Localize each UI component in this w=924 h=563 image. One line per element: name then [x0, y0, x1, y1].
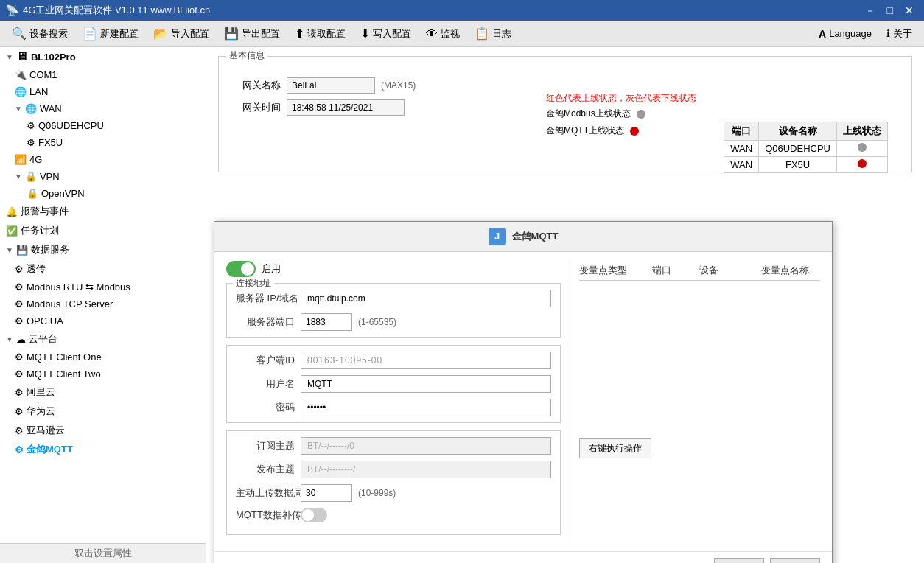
mqtt-supplement-toggle[interactable] [301, 508, 327, 522]
gateway-name-label: 网关名称 [242, 79, 281, 92]
header-type: 变量点类型 [579, 264, 649, 277]
sidebar-item-label: OpenVPN [41, 188, 85, 199]
subscribe-label: 订阅主题 [236, 439, 295, 452]
gateway-time-input[interactable] [287, 99, 405, 116]
server-port-input[interactable] [301, 313, 352, 331]
menu-language[interactable]: A Language [813, 24, 878, 43]
username-input[interactable] [301, 375, 551, 393]
mqtttwo-icon: ⚙ [15, 368, 24, 380]
menu-import-config[interactable]: 📂 导入配置 [147, 24, 215, 43]
client-id-input[interactable] [301, 352, 551, 369]
sidebar-item-fx5u[interactable]: ⚙ FX5U [0, 134, 206, 151]
sidebar-item-lan[interactable]: 🌐 LAN [0, 83, 206, 100]
jingmqtt-icon: ⚙ [15, 444, 24, 455]
aliyun-icon: ⚙ [15, 387, 24, 398]
menu-log-label: 日志 [492, 27, 511, 41]
app-title: 4G工业网关配置软件 V1.0.11 www.BLiiot.cn [23, 4, 210, 17]
4g-icon: 📶 [15, 154, 27, 165]
password-label: 密码 [236, 401, 295, 414]
gateway-name-input[interactable] [287, 77, 375, 94]
sidebar-item-openvpn[interactable]: 🔒 OpenVPN [0, 185, 206, 202]
modal-icon: J [489, 228, 506, 245]
publish-row: 发布主题 [236, 461, 551, 478]
sidebar-item-com1[interactable]: 🔌 COM1 [0, 66, 206, 83]
sidebar-item-q06[interactable]: ⚙ Q06UDEHCPU [0, 117, 206, 134]
sidebar-item-label: OPC UA [27, 315, 63, 326]
menu-read-config[interactable]: ⬆ 读取配置 [289, 24, 351, 43]
sidebar-item-amazoncloud[interactable]: ⚙ 亚马逊云 [0, 421, 206, 440]
sidebar-item-4g[interactable]: 📶 4G [0, 151, 206, 168]
server-port-row: 服务器端口 (1-65535) [236, 313, 551, 331]
basic-info-section: 基本信息 红色代表上线状态，灰色代表下线状态 金鸽Modbus上线状态 金鸽MQ… [218, 56, 912, 172]
password-row: 密码 [236, 399, 551, 416]
upload-period-input[interactable] [301, 484, 352, 502]
title-bar: 📡 4G工业网关配置软件 V1.0.11 www.BLiiot.cn － □ ✕ [0, 0, 924, 21]
sidebar-item-modbusrtu[interactable]: ⚙ Modbus RTU ⇆ Modbus [0, 279, 206, 296]
transparent-icon: ⚙ [15, 264, 24, 275]
connection-title: 连接地址 [233, 277, 274, 290]
sidebar-item-cloud[interactable]: ▼ ☁ 云平台 [0, 329, 206, 349]
sidebar-item-alarm[interactable]: 🔔 报警与事件 [0, 202, 206, 221]
sidebar-item-task[interactable]: ✅ 任务计划 [0, 221, 206, 240]
enable-label: 启用 [262, 262, 281, 276]
about-icon: ℹ [886, 28, 890, 39]
svg-text:J: J [494, 231, 500, 242]
expand-icon: ▼ [15, 105, 22, 113]
right-action-button[interactable]: 右键执行操作 [579, 438, 651, 458]
mqtt-status-label: 金鸽MQTT上线状态 [546, 125, 624, 137]
menu-log[interactable]: 📋 日志 [469, 24, 517, 43]
modbustcp-icon: ⚙ [15, 298, 24, 310]
gateway-time-label: 网关时间 [242, 101, 281, 114]
server-ip-input[interactable] [301, 290, 551, 307]
modal-right-panel: 变量点类型 端口 设备 变量点名称 右键执行操作 [570, 261, 820, 542]
password-input[interactable] [301, 399, 551, 416]
menu-new-config[interactable]: 📄 新建配置 [77, 24, 144, 43]
sidebar-item-aliyun[interactable]: ⚙ 阿里云 [0, 382, 206, 402]
expand-icon: ▼ [6, 53, 13, 61]
menu-about-label: 关于 [893, 27, 912, 41]
language-icon: A [819, 28, 826, 40]
mqttone-icon: ⚙ [15, 352, 24, 363]
menu-search[interactable]: 🔍 设备搜索 [6, 24, 74, 43]
maximize-button[interactable]: □ [883, 4, 897, 17]
table-row: WAN FX5U [724, 157, 888, 173]
sidebar-item-wan[interactable]: ▼ 🌐 WAN [0, 100, 206, 117]
subscribe-input[interactable] [301, 437, 551, 455]
menu-about[interactable]: ℹ 关于 [881, 24, 918, 43]
sidebar-item-bl102pro[interactable]: ▼ 🖥 BL102Pro [0, 47, 206, 66]
auth-section: 客户端ID 用户名 密码 [226, 345, 561, 423]
menu-write-config[interactable]: ⬇ 写入配置 [354, 24, 417, 43]
publish-input[interactable] [301, 461, 551, 478]
openvpn-icon: 🔒 [27, 188, 38, 199]
modbus-status-dot [637, 110, 645, 119]
sidebar-item-dataservice[interactable]: ▼ 💾 数据服务 [0, 240, 206, 259]
menu-monitor[interactable]: 👁 监视 [420, 24, 466, 43]
expand-icon: ▼ [6, 246, 13, 254]
sidebar-item-mqttone[interactable]: ⚙ MQTT Client One [0, 349, 206, 366]
app-icon: 📡 [6, 4, 18, 16]
close-button[interactable]: ✕ [900, 4, 918, 17]
amazoncloud-icon: ⚙ [15, 425, 24, 436]
sidebar-item-vpn[interactable]: ▼ 🔒 VPN [0, 168, 206, 185]
sidebar-item-label: Modbus TCP Server [27, 298, 113, 310]
enable-toggle[interactable] [226, 261, 256, 277]
expand-icon: ▼ [15, 172, 22, 181]
client-id-label: 客户端ID [236, 354, 295, 367]
sidebar-item-label: MQTT Client Two [27, 368, 101, 380]
menu-export-config[interactable]: 💾 导出配置 [218, 24, 286, 43]
table-row: WAN Q06UDEHCPU [724, 141, 888, 157]
row2-status-dot [858, 159, 867, 168]
sidebar-item-jingmqtt[interactable]: ⚙ 金鸽MQTT [0, 440, 206, 459]
subscribe-row: 订阅主题 [236, 437, 551, 455]
sidebar-item-huaweicloud[interactable]: ⚙ 华为云 [0, 402, 206, 421]
sidebar-item-label: Modbus RTU ⇆ Modbus [27, 282, 130, 293]
minimize-button[interactable]: － [861, 4, 880, 17]
sidebar-item-mqtttwo[interactable]: ⚙ MQTT Client Two [0, 366, 206, 382]
menu-read-config-label: 读取配置 [307, 27, 346, 41]
sidebar-item-modbustcp[interactable]: ⚙ Modbus TCP Server [0, 296, 206, 312]
cancel-button[interactable]: 取消 [770, 558, 820, 563]
sidebar-item-opcua[interactable]: ⚙ OPC UA [0, 312, 206, 329]
ok-button[interactable]: 确定 [714, 558, 764, 563]
sidebar-item-transparent[interactable]: ⚙ 透传 [0, 259, 206, 279]
monitor-icon: 👁 [426, 27, 438, 41]
